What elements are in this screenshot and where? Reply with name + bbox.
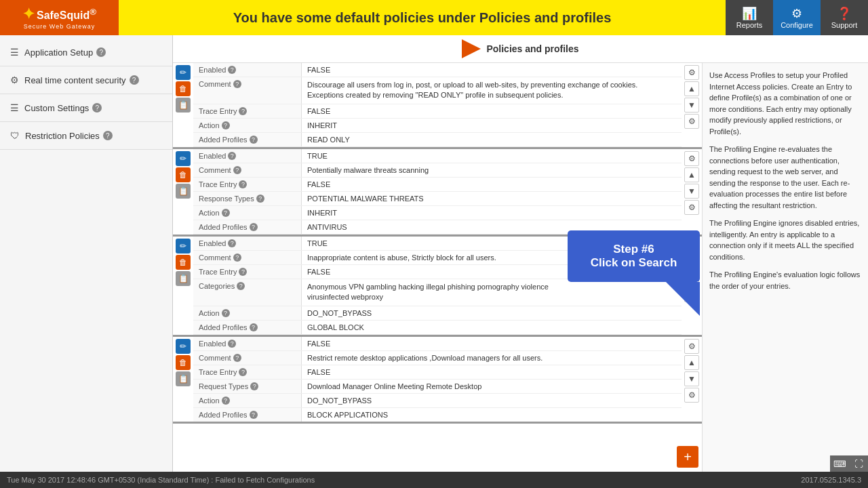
copy-btn-1[interactable]: 📋: [176, 98, 191, 113]
copy-btn-4[interactable]: 📋: [176, 371, 191, 386]
edit-btn-2[interactable]: ✏: [176, 151, 191, 166]
up-btn-1[interactable]: ▲: [684, 81, 699, 96]
configure-icon: ⚙: [791, 6, 802, 21]
help-icon: ?: [222, 309, 230, 317]
nav-configure[interactable]: ⚙ Configure: [773, 0, 821, 35]
entry-1-controls: ✏ 🗑 📋: [173, 63, 193, 147]
field-row: Comment? Restrict remote desktop applica…: [193, 351, 682, 365]
help-icon: ?: [228, 66, 236, 74]
field-value: TRUE: [302, 149, 682, 163]
field-row: Enabled? FALSE: [193, 63, 682, 77]
reports-icon: 📊: [742, 6, 757, 21]
field-value: GLOBAL BLOCK: [302, 321, 682, 334]
field-value: POTENTIAL MALWARE THREATS: [302, 192, 682, 205]
field-value: READ ONLY: [302, 133, 682, 146]
main-content: Policies and profiles ✏ 🗑 📋 Enabled? F: [173, 35, 868, 472]
policy-entry-1: ✏ 🗑 📋 Enabled? FALSE Comment? Discourage…: [173, 63, 702, 149]
field-label: Enabled?: [193, 149, 302, 163]
edit-btn-1[interactable]: ✏: [176, 65, 191, 80]
delete-btn-1[interactable]: 🗑: [176, 81, 191, 96]
up-btn-2[interactable]: ▲: [684, 167, 699, 182]
down-btn-4[interactable]: ▼: [684, 371, 699, 386]
entry-4-right-controls: ⚙ ▲ ▼ ⚙: [682, 337, 702, 422]
status-bar: Tue May 30 2017 12:48:46 GMT+0530 (India…: [0, 472, 868, 488]
up-btn-4[interactable]: ▲: [684, 355, 699, 370]
help-icon: ?: [239, 368, 247, 376]
status-message: Tue May 30 2017 12:48:46 GMT+0530 (India…: [7, 476, 315, 484]
field-value: Restrict remote desktop applications ,Do…: [302, 351, 682, 365]
field-row: Added Profiles? BLOCK APPLICATIONS: [193, 408, 682, 422]
sidebar-item-realtime[interactable]: ⚙ Real time content security ?: [0, 66, 172, 94]
sidebar-item-application-setup[interactable]: ☰ Application Setup ?: [0, 39, 172, 66]
field-label: Categories?: [193, 279, 302, 306]
field-row: Action? DO_NOT_BYPASS: [193, 394, 682, 408]
field-row: Enabled? TRUE: [193, 149, 682, 163]
sidebar-item-label: Custom Settings: [24, 103, 89, 113]
realtime-icon: ⚙: [10, 75, 19, 85]
copy-btn-2[interactable]: 📋: [176, 184, 191, 199]
help-icon: ?: [222, 209, 230, 217]
entry-1-right-controls: ⚙ ▲ ▼ ⚙: [682, 63, 702, 147]
field-row: Comment? Discourage all users from log i…: [193, 77, 682, 104]
step-line2: Click on Search: [581, 256, 686, 270]
help-icon: ?: [250, 382, 258, 390]
field-row: Request Types? Download Manager Online M…: [193, 380, 682, 394]
field-label: Comment?: [193, 163, 302, 177]
field-value: FALSE: [302, 337, 682, 350]
entry-2-fields: Enabled? TRUE Comment? Potentially malwa…: [193, 149, 682, 235]
field-row: Enabled? FALSE: [193, 337, 682, 351]
reports-label: Reports: [736, 21, 763, 29]
gear-btn-4b[interactable]: ⚙: [684, 388, 699, 403]
field-value: DO_NOT_BYPASS: [302, 394, 682, 407]
field-label: Action?: [193, 206, 302, 220]
right-panel-text-1: Use Access Profiles to setup your Profil…: [709, 70, 861, 137]
field-label: Enabled?: [193, 337, 302, 350]
help-icon: ?: [239, 180, 247, 188]
add-button[interactable]: +: [677, 446, 698, 468]
gear-btn-1b[interactable]: ⚙: [684, 114, 699, 129]
keyboard-icon[interactable]: ⌨: [830, 455, 849, 472]
field-row: Action? INHERIT: [193, 206, 682, 220]
gear-btn-2b[interactable]: ⚙: [684, 200, 699, 215]
custom-settings-icon: ☰: [10, 102, 19, 113]
sidebar: ☰ Application Setup ? ⚙ Real time conten…: [0, 35, 173, 472]
copy-btn-3[interactable]: 📋: [176, 271, 191, 286]
fullscreen-icon[interactable]: ⛶: [849, 455, 868, 472]
field-label: Trace Entry?: [193, 365, 302, 379]
application-setup-icon: ☰: [10, 47, 19, 58]
delete-btn-4[interactable]: 🗑: [176, 355, 191, 370]
field-value: DO_NOT_BYPASS: [302, 306, 682, 320]
field-label: Trace Entry?: [193, 265, 302, 279]
logo-sub: Secure Web Gateway: [24, 23, 95, 30]
field-value: FALSE: [302, 178, 682, 191]
field-label: Response Types?: [193, 192, 302, 205]
custom-settings-help: ?: [92, 103, 102, 113]
gear-btn-2[interactable]: ⚙: [684, 151, 699, 166]
delete-btn-2[interactable]: 🗑: [176, 167, 191, 182]
nav-reports[interactable]: 📊 Reports: [726, 0, 773, 35]
edit-btn-4[interactable]: ✏: [176, 339, 191, 354]
down-btn-2[interactable]: ▼: [684, 184, 699, 199]
table-area: ✏ 🗑 📋 Enabled? FALSE Comment? Discourage…: [173, 63, 868, 472]
field-row: Added Profiles? GLOBAL BLOCK: [193, 321, 682, 335]
field-label: Action?: [193, 394, 302, 407]
support-label: Support: [831, 21, 858, 29]
header-nav: 📊 Reports ⚙ Configure ❓ Support: [726, 0, 868, 35]
gear-btn-1[interactable]: ⚙: [684, 65, 699, 80]
field-label: Added Profiles?: [193, 220, 302, 234]
field-value: Download Manager Online Meeting Remote D…: [302, 380, 682, 393]
field-row: Added Profiles? READ ONLY: [193, 133, 682, 147]
sidebar-item-custom-settings[interactable]: ☰ Custom Settings ?: [0, 94, 172, 122]
field-value: INHERIT: [302, 119, 682, 132]
edit-btn-3[interactable]: ✏: [176, 239, 191, 253]
delete-btn-3[interactable]: 🗑: [176, 255, 191, 270]
sidebar-item-restriction-policies[interactable]: 🛡 Restriction Policies ?: [0, 122, 172, 150]
header: ✦ SafeSquid® Secure Web Gateway You have…: [0, 0, 868, 35]
field-label: Comment?: [193, 351, 302, 365]
field-row: Trace Entry? FALSE: [193, 365, 682, 380]
help-icon: ?: [237, 282, 245, 290]
down-btn-1[interactable]: ▼: [684, 98, 699, 113]
right-panel-text-3: The Profiling Engine ignores disabled en…: [709, 218, 861, 262]
gear-btn-4[interactable]: ⚙: [684, 339, 699, 354]
nav-support[interactable]: ❓ Support: [821, 0, 868, 35]
